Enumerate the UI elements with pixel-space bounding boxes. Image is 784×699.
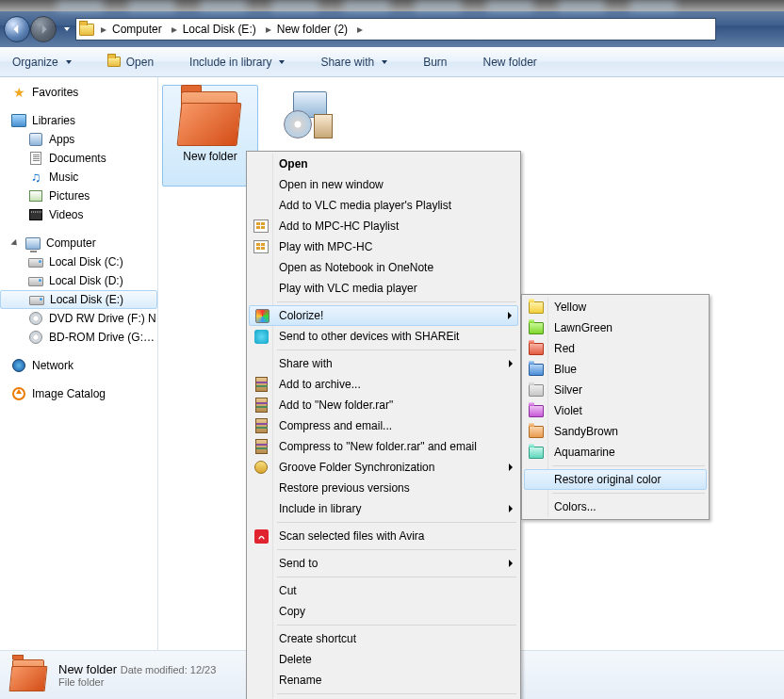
menu-item[interactable]: Rename xyxy=(249,670,518,691)
bdrom-icon xyxy=(28,330,43,345)
menu-label: Groove Folder Synchronization xyxy=(279,461,434,474)
menu-label: Send to other devices with SHAREit xyxy=(279,330,459,343)
menu-label: Compress and email... xyxy=(279,419,392,432)
crumb-computer[interactable]: Computer xyxy=(110,19,168,40)
menu-item[interactable]: Groove Folder Synchronization xyxy=(249,457,518,478)
menu-item[interactable]: Send to other devices with SHAREit xyxy=(249,326,518,347)
menu-item[interactable]: Add to VLC media player's Playlist xyxy=(249,195,518,216)
history-dropdown[interactable] xyxy=(60,27,72,31)
menu-item[interactable]: Open as Notebook in OneNote xyxy=(249,257,518,278)
menu-label: Play with MPC-HC xyxy=(279,240,372,253)
color-label: Silver xyxy=(554,383,582,397)
menu-label: Delete xyxy=(279,653,312,666)
dvd-icon xyxy=(28,311,43,326)
menu-item[interactable]: Compress to "New folder.rar" and email xyxy=(249,436,518,457)
crumb-root-sep[interactable]: ▸ xyxy=(97,19,110,40)
color-item[interactable]: Violet xyxy=(524,400,707,421)
groove-icon xyxy=(253,459,270,476)
sidebar-bdrom-drive[interactable]: BD-ROM Drive (G:) D xyxy=(0,328,157,347)
sidebar-drive-e[interactable]: Local Disk (E:) xyxy=(0,290,157,309)
command-toolbar: Organize Open Include in library Share w… xyxy=(0,47,784,77)
sidebar-network[interactable]: Network xyxy=(0,356,157,375)
crumb-drive[interactable]: Local Disk (E:) xyxy=(181,19,262,40)
menu-item[interactable]: Play with VLC media player xyxy=(249,278,518,299)
sidebar-dvd-drive[interactable]: DVD RW Drive (F:) N xyxy=(0,309,157,328)
menu-label: Rename xyxy=(279,674,321,687)
menu-item[interactable]: Restore previous versions xyxy=(249,478,518,498)
open-button[interactable]: Open xyxy=(99,52,162,73)
menu-label: Open xyxy=(279,157,308,171)
file-new-folder[interactable]: New folder xyxy=(162,85,258,187)
menu-item[interactable]: Delete xyxy=(249,649,518,670)
menu-label: Open in new window xyxy=(279,178,384,191)
menu-item[interactable]: Add to archive... xyxy=(249,374,518,395)
menu-label: Restore previous versions xyxy=(279,481,410,495)
folder-icon xyxy=(76,19,97,40)
restore-original-color[interactable]: Restore original color xyxy=(524,469,707,490)
menu-item[interactable]: Include in library xyxy=(249,498,518,519)
submenu-arrow-icon xyxy=(509,505,513,512)
menu-item[interactable]: Copy xyxy=(249,601,518,622)
context-menu: OpenOpen in new windowAdd to VLC media p… xyxy=(246,151,521,699)
sidebar-drive-c[interactable]: Local Disk (C:) xyxy=(0,252,157,271)
music-icon: ♫ xyxy=(28,170,43,185)
color-item[interactable]: Red xyxy=(524,338,707,359)
menu-item[interactable]: Create shortcut xyxy=(249,628,518,649)
crumb-sep[interactable]: ▸ xyxy=(353,19,367,40)
menu-item[interactable]: Send to xyxy=(249,553,518,574)
menu-item[interactable]: Scan selected files with Avira xyxy=(249,526,518,546)
crumb-sep[interactable]: ▸ xyxy=(262,19,275,40)
organize-button[interactable]: Organize xyxy=(4,52,80,73)
folder-color-icon xyxy=(528,423,545,440)
new-folder-button[interactable]: New folder xyxy=(475,52,546,73)
color-item[interactable]: LawnGreen xyxy=(524,317,707,338)
include-library-button[interactable]: Include in library xyxy=(181,52,293,73)
back-button[interactable] xyxy=(4,16,30,42)
star-icon: ★ xyxy=(11,85,26,100)
sidebar-lib-apps[interactable]: Apps xyxy=(0,130,157,149)
share-with-button[interactable]: Share with xyxy=(312,52,396,73)
sidebar-computer[interactable]: Computer xyxy=(0,234,157,252)
color-label: Aquamarine xyxy=(554,446,615,459)
menu-label: Add to VLC media player's Playlist xyxy=(279,199,451,212)
rar-icon xyxy=(253,397,270,414)
crumb-sep[interactable]: ▸ xyxy=(168,19,181,40)
menu-item[interactable]: Share with xyxy=(249,353,518,374)
menu-item[interactable]: Add to MPC-HC Playlist xyxy=(249,216,518,236)
sidebar-drive-d[interactable]: Local Disk (D:) xyxy=(0,271,157,290)
sidebar-lib-music[interactable]: ♫Music xyxy=(0,168,157,187)
menu-item[interactable]: Open in new window xyxy=(249,174,518,195)
menu-item[interactable]: Colorize! xyxy=(249,305,518,326)
folder-color-icon xyxy=(528,444,545,461)
sidebar-libraries[interactable]: Libraries xyxy=(0,111,157,130)
submenu-arrow-icon xyxy=(509,360,513,367)
mpc-icon xyxy=(253,238,270,255)
sidebar-lib-pictures[interactable]: Pictures xyxy=(0,187,157,205)
navigation-pane: ★Favorites Libraries Apps Documents ♫Mus… xyxy=(0,77,158,650)
menu-label: Scan selected files with Avira xyxy=(279,529,425,543)
menu-item[interactable]: Cut xyxy=(249,580,518,601)
menu-item[interactable]: Play with MPC-HC xyxy=(249,236,518,257)
color-item[interactable]: Aquamarine xyxy=(524,442,707,463)
menu-item[interactable]: Add to "New folder.rar" xyxy=(249,395,518,415)
color-item[interactable]: Yellow xyxy=(524,297,707,317)
pictures-icon xyxy=(28,188,43,203)
sidebar-lib-documents[interactable]: Documents xyxy=(0,149,157,168)
color-item[interactable]: Blue xyxy=(524,359,707,380)
color-item[interactable]: SandyBrown xyxy=(524,421,707,442)
folder-color-icon xyxy=(528,299,545,316)
color-item[interactable]: Silver xyxy=(524,380,707,400)
address-bar: ▸ Computer ▸ Local Disk (E:) ▸ New folde… xyxy=(0,11,784,47)
menu-label: Restore original color xyxy=(554,473,661,486)
menu-item[interactable]: Compress and email... xyxy=(249,415,518,436)
breadcrumb-box[interactable]: ▸ Computer ▸ Local Disk (E:) ▸ New folde… xyxy=(75,18,716,41)
burn-button[interactable]: Burn xyxy=(415,52,455,73)
crumb-folder[interactable]: New folder (2) xyxy=(275,19,353,40)
sidebar-favorites[interactable]: ★Favorites xyxy=(0,83,157,102)
colorize-icon xyxy=(253,307,270,324)
sidebar-image-catalog[interactable]: Image Catalog xyxy=(0,384,157,403)
color-label: LawnGreen xyxy=(554,321,612,334)
colors-more[interactable]: Colors... xyxy=(524,496,707,517)
sidebar-lib-videos[interactable]: Videos xyxy=(0,205,157,224)
menu-item[interactable]: Open xyxy=(249,154,518,174)
